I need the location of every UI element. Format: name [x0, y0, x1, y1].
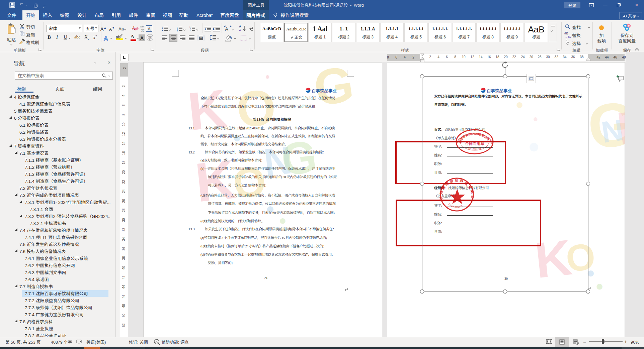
svg-text:i: i — [190, 29, 190, 31]
svg-text:3: 3 — [177, 29, 178, 32]
svg-text:A: A — [225, 25, 228, 32]
svg-text:A: A — [132, 25, 135, 31]
